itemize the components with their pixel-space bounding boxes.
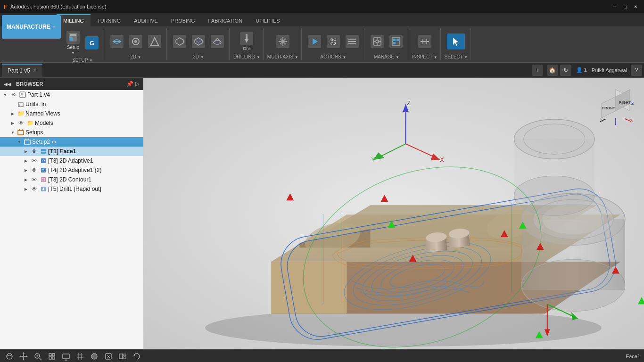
view-cube[interactable]: TOP FRONT RIGHT Z Y X bbox=[594, 85, 637, 127]
svg-rect-2 bbox=[70, 37, 73, 41]
tree-item-drill1[interactable]: ▶ 👁 [T5] Drill1 [Rapid out] bbox=[0, 184, 143, 194]
tree-item-adaptive1-2[interactable]: ▶ 👁 [T4] 2D Adaptive1 (2) bbox=[0, 165, 143, 175]
actions-btn-2[interactable]: G1G2 bbox=[324, 33, 342, 49]
tree-item-units[interactable]: ▶ in Units: in bbox=[0, 99, 143, 109]
grid-button[interactable] bbox=[74, 351, 86, 362]
tree-item-namedviews[interactable]: ▶ 📁 Named Views bbox=[0, 109, 143, 118]
manage-btn-1[interactable] bbox=[368, 33, 386, 49]
drilling-btn[interactable]: Drill bbox=[238, 31, 256, 52]
titlebar: F Autodesk Fusion 360 (Education License… bbox=[0, 0, 644, 13]
models-arrow[interactable]: ▶ bbox=[9, 120, 16, 126]
svg-text:in: in bbox=[19, 104, 22, 107]
minimize-button[interactable]: ─ bbox=[610, 2, 619, 11]
tab-probing[interactable]: PROBING bbox=[165, 14, 202, 26]
tab-milling[interactable]: MILLING bbox=[57, 14, 91, 26]
display-button[interactable] bbox=[60, 351, 72, 362]
doc-tab[interactable]: Part 1 v5 ✕ bbox=[2, 64, 42, 77]
group-3d: 3D ▼ bbox=[168, 28, 230, 60]
group-multiaxis: MULTI-AXIS ▼ bbox=[264, 28, 302, 60]
tree-item-contour1[interactable]: ▶ 👁 [T3] 2D Contour1 bbox=[0, 175, 143, 184]
3d-group-label: 3D ▼ bbox=[193, 54, 204, 59]
tree-collapse-root[interactable]: ▼ bbox=[2, 91, 8, 98]
tree-label-adaptive1-2: [T4] 2D Adaptive1 (2) bbox=[48, 167, 101, 173]
doc-tab-title: Part 1 v5 bbox=[8, 67, 30, 74]
maximize-button[interactable]: □ bbox=[620, 2, 630, 11]
eye-root[interactable]: 👁 bbox=[9, 91, 17, 99]
select-btn[interactable] bbox=[447, 33, 465, 49]
eye-adaptive1-2[interactable]: 👁 bbox=[30, 166, 38, 174]
inspect-btn[interactable] bbox=[416, 33, 434, 49]
tree-item-root[interactable]: ▼ 👁 Part 1 v4 bbox=[0, 90, 143, 99]
orbit-button[interactable] bbox=[4, 351, 15, 362]
eye-face1[interactable]: 👁 bbox=[30, 148, 38, 155]
help-button[interactable]: ? bbox=[631, 65, 642, 76]
setup2-gear-icon[interactable]: ⚙ bbox=[52, 140, 56, 145]
svg-rect-141 bbox=[124, 354, 126, 356]
3d-btn-1[interactable] bbox=[171, 33, 189, 49]
tab-additive[interactable]: ADDITIVE bbox=[127, 14, 165, 26]
status-text: Face1 bbox=[626, 354, 640, 359]
browser-pin-icon[interactable]: 📌 bbox=[126, 81, 133, 87]
svg-marker-5 bbox=[151, 38, 158, 45]
named-views-folder-icon: 📁 bbox=[17, 110, 25, 117]
eye-models[interactable]: 👁 bbox=[17, 119, 25, 127]
2d-btn-1[interactable] bbox=[108, 33, 126, 49]
tab-fabrication[interactable]: FABRICATION bbox=[202, 14, 249, 26]
actions-btn-1[interactable] bbox=[305, 33, 323, 49]
tree-item-setups[interactable]: ▼ Setups bbox=[0, 128, 143, 137]
tab-turning[interactable]: TURNING bbox=[91, 14, 127, 26]
bottom-bar: Face1 bbox=[0, 349, 644, 362]
actions-btn-3[interactable] bbox=[343, 33, 361, 49]
app-icon: F bbox=[4, 3, 8, 10]
setups-arrow[interactable]: ▼ bbox=[9, 129, 16, 136]
3d-btn-2[interactable] bbox=[190, 33, 207, 49]
multiaxis-btn[interactable] bbox=[274, 33, 292, 49]
tree-label-models: Models bbox=[35, 120, 53, 126]
named-views-arrow[interactable]: ▶ bbox=[9, 110, 16, 117]
browser-title: BROWSER bbox=[16, 81, 43, 87]
3d-btn-3[interactable] bbox=[208, 33, 226, 49]
units-icon: in bbox=[17, 100, 25, 108]
tree-item-setup2[interactable]: ▼ Setup2 ⚙ bbox=[0, 137, 143, 147]
user-info: 👤 1 bbox=[576, 67, 587, 73]
new-tab-button[interactable]: + bbox=[532, 65, 543, 76]
svg-rect-140 bbox=[119, 354, 123, 359]
zoom-button[interactable] bbox=[32, 351, 43, 362]
pan-button[interactable] bbox=[18, 351, 29, 362]
svg-rect-126 bbox=[49, 354, 51, 356]
refresh-view-button[interactable] bbox=[131, 351, 142, 362]
svg-rect-129 bbox=[52, 357, 55, 359]
tree-label-namedviews: Named Views bbox=[25, 110, 60, 117]
title-text: Autodesk Fusion 360 (Education License) bbox=[10, 4, 610, 9]
refresh-button[interactable]: ↻ bbox=[560, 65, 571, 76]
tab-utilities[interactable]: UTILITIES bbox=[249, 14, 286, 26]
eye-contour1[interactable]: 👁 bbox=[30, 176, 38, 183]
browser-back-icon[interactable]: ◀◀ bbox=[4, 82, 11, 87]
eye-drill1[interactable]: 👁 bbox=[30, 185, 38, 193]
tree-label-adaptive1: [T3] 2D Adaptive1 bbox=[48, 157, 93, 164]
doc-tab-close[interactable]: ✕ bbox=[33, 68, 37, 73]
g-code-button[interactable]: G bbox=[83, 35, 101, 51]
tree-item-face1[interactable]: ▶ 👁 [T1] Face1 bbox=[0, 147, 143, 156]
svg-point-46 bbox=[205, 309, 602, 346]
visual-style-button[interactable] bbox=[89, 351, 100, 362]
layout-button[interactable] bbox=[117, 351, 128, 362]
setup-button[interactable]: Setup ▼ bbox=[64, 29, 82, 57]
svg-rect-11 bbox=[348, 41, 356, 42]
2d-btn-2[interactable] bbox=[127, 33, 145, 49]
select-group-label: SELECT ▼ bbox=[445, 54, 468, 59]
tree-item-adaptive1[interactable]: ▶ 👁 [T3] 2D Adaptive1 bbox=[0, 156, 143, 165]
browser-expand-icon[interactable]: ▷ bbox=[135, 81, 140, 87]
setup2-arrow[interactable]: ▼ bbox=[16, 139, 23, 145]
actions-group-label: ACTIONS ▼ bbox=[320, 54, 346, 59]
close-button[interactable]: ✕ bbox=[631, 2, 640, 11]
tree-item-models[interactable]: ▶ 👁 📁 Models bbox=[0, 118, 143, 128]
viewport[interactable]: Z X Y bbox=[144, 78, 644, 349]
fit-button[interactable] bbox=[46, 351, 58, 362]
2d-btn-3[interactable] bbox=[146, 33, 164, 49]
home-button[interactable]: 🏠 bbox=[547, 65, 558, 76]
appearance-button[interactable] bbox=[103, 351, 114, 362]
eye-adaptive1[interactable]: 👁 bbox=[30, 157, 38, 165]
manage-btn-2[interactable] bbox=[387, 33, 405, 49]
2d-group-label: 2D ▼ bbox=[130, 54, 141, 59]
